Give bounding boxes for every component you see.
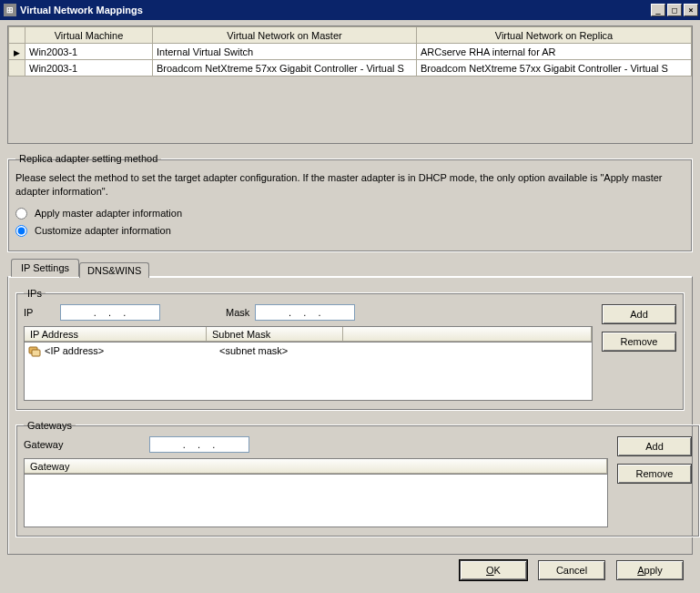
ok-button[interactable]: OOKK — [460, 560, 527, 580]
dialog-buttons: OOKK Cancel ApplyApply — [7, 555, 693, 580]
ip-col-mask[interactable]: Subnet Mask — [207, 327, 343, 342]
list-item[interactable]: <IP address> <subnet mask> — [28, 344, 588, 357]
ip-item-mask: <subnet mask> — [219, 345, 288, 356]
ip-add-button[interactable]: Add — [602, 304, 676, 324]
replica-method-legend: Replica adapter setting method — [15, 153, 161, 164]
app-icon: ⊞ — [4, 4, 16, 16]
cell-master[interactable]: Internal Virtual Switch — [153, 44, 417, 60]
ip-item-icon — [28, 344, 41, 357]
replica-method-desc: Please select the method to set the targ… — [15, 171, 685, 199]
maximize-button[interactable]: □ — [667, 4, 682, 16]
apply-button[interactable]: ApplyApply — [616, 560, 684, 580]
ip-list-header: IP Address Subnet Mask — [24, 326, 593, 343]
ip-item-addr: <IP address> — [45, 345, 216, 356]
table-row[interactable]: Win2003-1 Internal Virtual Switch ARCser… — [9, 44, 692, 60]
ip-col-spacer — [343, 327, 592, 342]
tab-panel-ip-settings: IPs IP Mask IP Address Subnet Mask — [7, 276, 693, 555]
radio-customize-label: Customize adapter information — [35, 225, 171, 236]
mappings-grid[interactable]: Virtual Machine Virtual Network on Maste… — [7, 26, 693, 144]
gateway-list[interactable] — [24, 475, 608, 527]
cell-replica[interactable]: Broadcom NetXtreme 57xx Gigabit Controll… — [417, 60, 692, 77]
table-row[interactable]: Win2003-1 Broadcom NetXtreme 57xx Gigabi… — [9, 60, 692, 77]
row-indicator — [9, 60, 25, 77]
gateway-list-header: Gateway — [24, 458, 608, 475]
gateway-col[interactable]: Gateway — [25, 459, 607, 474]
ip-list[interactable]: <IP address> <subnet mask> — [24, 343, 593, 401]
cancel-button[interactable]: Cancel — [538, 560, 605, 580]
ip-remove-button[interactable]: Remove — [602, 332, 676, 352]
radio-apply-master[interactable] — [15, 208, 27, 220]
grid-col-replica[interactable]: Virtual Network on Replica — [417, 27, 692, 44]
gateways-group: Gateways Gateway Gateway Add Remove — [15, 420, 700, 537]
cell-vm[interactable]: Win2003-1 — [25, 60, 153, 77]
ips-group: IPs IP Mask IP Address Subnet Mask — [15, 288, 685, 411]
gateways-legend: Gateways — [24, 420, 76, 431]
mask-label: Mask — [226, 307, 249, 318]
ip-label: IP — [24, 307, 55, 318]
close-button[interactable]: × — [684, 4, 698, 16]
client-area: Virtual Machine Virtual Network on Maste… — [0, 20, 700, 588]
svg-rect-1 — [32, 350, 40, 356]
ip-input[interactable] — [60, 304, 160, 321]
cell-vm[interactable]: Win2003-1 — [25, 44, 153, 60]
window-title: Virtual Network Mappings — [20, 5, 649, 15]
cell-replica[interactable]: ARCserve RHA internal for AR — [417, 44, 692, 60]
replica-method-group: Replica adapter setting method Please se… — [7, 153, 693, 252]
radio-apply-master-label: Apply master adapter information — [35, 208, 182, 219]
ips-legend: IPs — [24, 288, 46, 299]
gateway-input[interactable] — [149, 436, 249, 453]
cell-master[interactable]: Broadcom NetXtreme 57xx Gigabit Controll… — [153, 60, 417, 77]
gateway-add-button[interactable]: Add — [617, 436, 692, 456]
row-indicator — [9, 44, 25, 60]
grid-col-vm[interactable]: Virtual Machine — [25, 27, 153, 44]
ip-col-ip[interactable]: IP Address — [25, 327, 207, 342]
grid-corner — [9, 27, 25, 44]
radio-customize[interactable] — [15, 225, 27, 237]
mask-input[interactable] — [255, 304, 355, 321]
minimize-button[interactable]: _ — [651, 4, 665, 16]
grid-col-master[interactable]: Virtual Network on Master — [153, 27, 417, 44]
gateway-label: Gateway — [24, 439, 75, 450]
tabstrip: IP Settings DNS&WINS — [7, 258, 693, 276]
tab-dns-wins[interactable]: DNS&WINS — [79, 262, 149, 278]
gateway-remove-button[interactable]: Remove — [617, 464, 692, 484]
tab-ip-settings[interactable]: IP Settings — [11, 259, 79, 277]
title-bar: ⊞ Virtual Network Mappings _ □ × — [0, 0, 700, 20]
